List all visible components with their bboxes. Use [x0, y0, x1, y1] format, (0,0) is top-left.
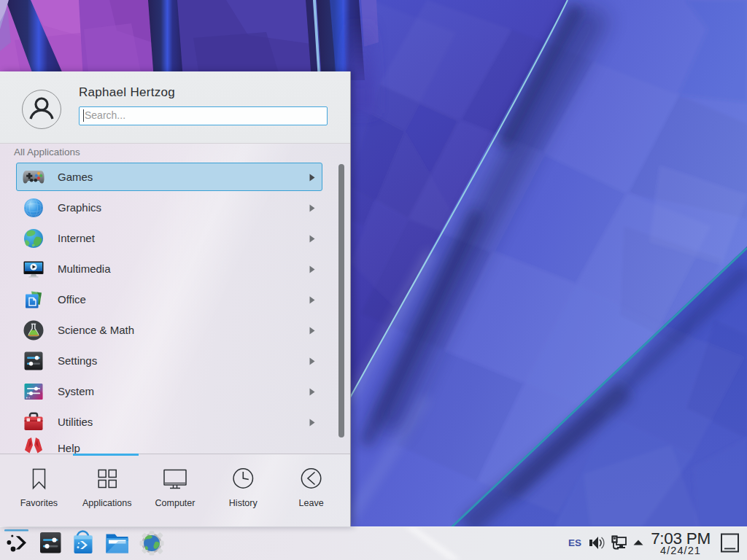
svg-text:4/24/21: 4/24/21 — [660, 545, 701, 556]
svg-text:ES: ES — [568, 537, 581, 548]
svg-text:History: History — [229, 498, 258, 508]
svg-text:Applications: Applications — [82, 498, 131, 508]
svg-text:Favorites: Favorites — [20, 498, 58, 508]
svg-text:Computer: Computer — [155, 498, 196, 508]
svg-text:Leave: Leave — [299, 498, 324, 508]
